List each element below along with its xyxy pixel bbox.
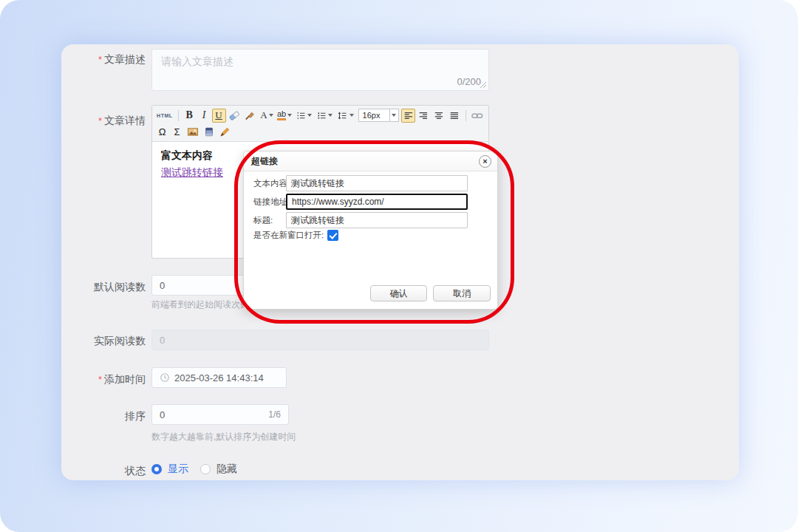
align-center-button[interactable] (432, 109, 446, 123)
ordered-list-button[interactable] (294, 109, 314, 123)
caret-down-icon (269, 114, 273, 117)
highlight-color-button[interactable]: ab (276, 109, 294, 123)
dialog-title-label: 标题: (253, 212, 273, 228)
status-label: 状态 (30, 464, 146, 477)
pencil-icon[interactable] (217, 125, 233, 139)
open-in-new-window-row: 是否在新窗口打开: (253, 230, 338, 241)
eraser-icon[interactable] (227, 109, 242, 123)
caret-down-icon (389, 109, 398, 121)
editor-toolbar: HTML B I U A ab (152, 106, 488, 142)
dialog-url-label: 链接地址: (253, 194, 290, 210)
dialog-text-input[interactable] (286, 175, 468, 191)
hyperlink-dialog: 超链接 × 文本内容: 链接地址: 标题: 是否在新窗口打开: 确认 取消 (243, 151, 498, 310)
dialog-title-input[interactable] (286, 212, 468, 228)
radio-unselected-icon[interactable] (200, 464, 211, 474)
font-color-button[interactable]: A (259, 109, 275, 123)
unordered-list-button[interactable] (315, 109, 335, 123)
close-icon[interactable]: × (479, 155, 491, 168)
description-counter: 0/200 (457, 76, 481, 87)
default-reads-label: 默认阅读数 (30, 280, 146, 293)
required-asterisk: * (98, 54, 102, 65)
italic-button[interactable]: I (197, 109, 211, 123)
toolbar-row-2: Ω Σ (155, 123, 485, 140)
radio-selected-icon[interactable] (151, 464, 162, 474)
description-label: *文章描述 (30, 52, 146, 66)
caret-down-icon (307, 114, 312, 117)
open-in-new-window-label: 是否在新窗口打开: (253, 230, 324, 241)
confirm-button[interactable]: 确认 (370, 285, 427, 301)
special-char-button[interactable]: Ω (155, 125, 169, 139)
dialog-url-input[interactable] (286, 194, 468, 210)
required-asterisk: * (98, 115, 102, 126)
toolbar-separator (466, 110, 466, 121)
status-option-show[interactable]: 显示 (151, 463, 188, 476)
checkbox-checked-icon[interactable] (327, 230, 338, 241)
caret-down-icon (328, 114, 332, 117)
link-icon[interactable] (469, 109, 485, 123)
align-left-button[interactable] (401, 109, 416, 123)
caret-down-icon (349, 114, 354, 117)
caret-down-icon (287, 114, 292, 117)
sort-label: 排序 (30, 409, 146, 423)
sort-input[interactable]: 0 1/6 (151, 404, 289, 425)
cancel-button[interactable]: 取消 (433, 285, 491, 301)
brush-icon[interactable] (242, 109, 258, 123)
page: *文章描述 0/200 *文章详情 HTML B I U (0, 0, 798, 532)
toolbar-row-1: HTML B I U A ab (155, 107, 485, 123)
line-height-button[interactable] (335, 109, 355, 123)
description-textarea-wrap: 0/200 (151, 49, 489, 91)
dialog-text-label: 文本内容: (253, 175, 290, 191)
justify-button[interactable] (447, 109, 462, 123)
align-right-button[interactable] (416, 109, 431, 123)
dialog-title: 超链接 (244, 151, 497, 171)
actual-reads-input: 0 (151, 330, 489, 350)
source-code-button[interactable]: HTML (155, 109, 174, 123)
underline-button[interactable]: U (212, 109, 226, 123)
editor-hyperlink[interactable]: 测试跳转链接 (161, 165, 223, 180)
bold-button[interactable]: B (183, 109, 197, 123)
toolbar-separator (178, 110, 179, 121)
actual-reads-label: 实际阅读数 (30, 334, 146, 347)
clock-icon (160, 372, 170, 383)
sort-hint: 数字越大越靠前,默认排序为创建时间 (151, 431, 296, 443)
image-icon[interactable] (185, 125, 201, 139)
add-time-input[interactable]: 2025-03-26 14:43:14 (151, 367, 287, 388)
detail-label: *文章详情 (30, 114, 146, 128)
required-asterisk: * (98, 374, 102, 385)
video-icon[interactable] (202, 125, 216, 139)
resize-handle-icon[interactable] (480, 81, 487, 89)
description-textarea[interactable] (152, 50, 488, 90)
formula-button[interactable]: Σ (170, 125, 184, 139)
status-option-hide[interactable]: 隐藏 (200, 463, 237, 476)
sort-counter: 1/6 (268, 409, 281, 420)
add-time-label: *添加时间 (30, 372, 146, 386)
default-reads-hint: 前端看到的起始阅读次数 (151, 299, 249, 311)
font-size-select[interactable]: 16px (358, 109, 399, 122)
